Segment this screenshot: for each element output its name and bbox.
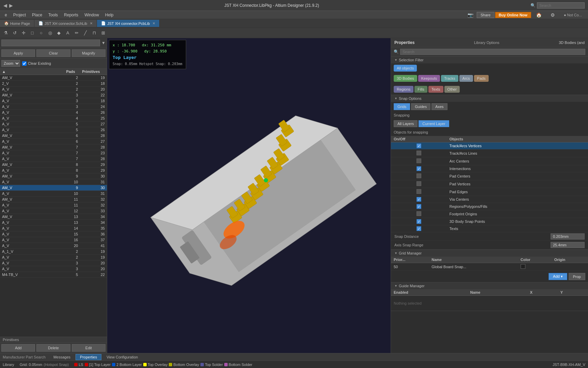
- snap-distance-input[interactable]: [551, 233, 585, 240]
- menu-item-help[interactable]: Help: [102, 12, 116, 18]
- measure-icon[interactable]: ⊞: [99, 29, 107, 37]
- component-table-wrapper[interactable]: ▲ Pads Primitives AM_V2192_V218A_V220AM_…: [0, 68, 107, 337]
- text-icon[interactable]: A: [64, 29, 71, 37]
- tab-pcblib-close[interactable]: ✕: [152, 21, 155, 25]
- axis-snap-range-input[interactable]: [551, 242, 585, 248]
- table-row[interactable]: M4-TB_V522: [0, 272, 107, 278]
- table-row[interactable]: AM_V1132: [0, 197, 107, 202]
- menu-item-edit[interactable]: e: [2, 12, 10, 18]
- table-row[interactable]: A_V1334: [0, 220, 107, 226]
- table-row[interactable]: AM_V322: [0, 92, 107, 98]
- tab-schlib[interactable]: 📄 JST XH connector.SchLib ✕: [34, 20, 97, 27]
- menu-item-project[interactable]: Project: [11, 12, 29, 18]
- edit-button[interactable]: Edit: [72, 344, 105, 352]
- table-row[interactable]: A_V1233: [0, 208, 107, 214]
- zoom-select[interactable]: Zoom: [1, 60, 20, 67]
- filter-texts[interactable]: Texts: [428, 86, 443, 93]
- table-row[interactable]: AM_V728: [0, 144, 107, 150]
- table-row[interactable]: A_V320: [0, 260, 107, 266]
- table-row[interactable]: AM_V829: [0, 162, 107, 168]
- table-row[interactable]: A_V527: [0, 121, 107, 127]
- filter-arcs[interactable]: Arcs: [459, 75, 473, 82]
- diamond-icon[interactable]: ◆: [55, 29, 63, 37]
- component-search-input[interactable]: [1, 40, 100, 46]
- grid-manager-header[interactable]: Grid Manager: [391, 250, 588, 257]
- home-icon[interactable]: 🏠: [533, 12, 544, 18]
- tab-schlib-close[interactable]: ✕: [90, 21, 93, 25]
- guides-snap-btn[interactable]: Guides: [411, 103, 430, 110]
- circle-icon[interactable]: ○: [37, 29, 45, 37]
- tab-pcblib[interactable]: 📄 JST XH connector.PcbLib ✕: [97, 20, 160, 27]
- table-row[interactable]: A_V320: [0, 266, 107, 272]
- menu-item-window[interactable]: Window: [82, 12, 102, 18]
- table-row[interactable]: A_V829: [0, 168, 107, 173]
- crosshair-icon[interactable]: ✛: [20, 29, 27, 37]
- checkbox-checked[interactable]: ✓: [416, 143, 421, 148]
- line-icon[interactable]: ╱: [82, 29, 89, 37]
- table-row[interactable]: A_V1132: [0, 202, 107, 208]
- clear-existing-checkbox[interactable]: [22, 61, 27, 66]
- checkbox-checked[interactable]: ✓: [416, 166, 421, 171]
- table-row[interactable]: AM_V219: [0, 75, 107, 81]
- bracket-icon[interactable]: ⊓: [91, 29, 98, 37]
- all-objects-button[interactable]: All objects: [394, 65, 417, 72]
- settings-icon[interactable]: ⚙: [548, 12, 558, 18]
- table-row[interactable]: A_V728: [0, 156, 107, 162]
- snap-options-header[interactable]: Snap Options: [391, 95, 588, 102]
- menu-item-reports[interactable]: Reports: [61, 12, 81, 18]
- refresh-icon[interactable]: ↺: [11, 29, 18, 37]
- table-row[interactable]: A_V1435: [0, 226, 107, 231]
- table-row[interactable]: A_V425: [0, 116, 107, 121]
- filter-fills[interactable]: Fills: [414, 86, 427, 93]
- grid-prop-button[interactable]: Prop: [569, 273, 585, 280]
- grid-add-button[interactable]: Add ▾: [549, 273, 567, 280]
- table-row[interactable]: A_V220: [0, 87, 107, 92]
- filter-3dbodies[interactable]: 3D Bodies: [394, 75, 417, 82]
- current-layer-btn[interactable]: Current Layer: [419, 120, 449, 127]
- table-row[interactable]: A_1_V219: [0, 249, 107, 255]
- checkbox-checked[interactable]: ✓: [416, 204, 421, 209]
- magnify-button[interactable]: Magnify: [72, 49, 105, 57]
- filter-other[interactable]: Other: [444, 86, 460, 93]
- menu-item-place[interactable]: Place: [29, 12, 45, 18]
- share-button[interactable]: Share: [477, 12, 494, 18]
- back-icon[interactable]: ◀: [3, 3, 7, 8]
- table-row[interactable]: A_V723: [0, 150, 107, 156]
- tab-home[interactable]: 🏠 Home Page: [0, 20, 34, 27]
- tab-view-configuration[interactable]: View Configuration: [102, 354, 142, 360]
- clear-button[interactable]: Clear: [36, 49, 70, 57]
- guide-manager-header[interactable]: Guide Manager: [391, 282, 588, 289]
- selection-filter-header[interactable]: Selection Filter: [391, 57, 588, 63]
- checkbox-unchecked[interactable]: [416, 151, 421, 155]
- grids-snap-btn[interactable]: Grids: [394, 103, 410, 110]
- table-row[interactable]: A_V1031: [0, 179, 107, 185]
- delete-button[interactable]: Delete: [36, 344, 70, 352]
- filter-keepouts[interactable]: Keepouts: [418, 75, 440, 82]
- table-row[interactable]: A_V1031: [0, 191, 107, 197]
- table-row[interactable]: AM_V1334: [0, 214, 107, 220]
- filter-pads[interactable]: Pads: [474, 75, 489, 82]
- table-row[interactable]: A_V219: [0, 255, 107, 260]
- table-row[interactable]: A_V627: [0, 139, 107, 144]
- checkbox-checked[interactable]: ✓: [416, 219, 421, 224]
- buy-online-button[interactable]: Buy Online Now: [495, 12, 531, 18]
- add-button[interactable]: Add: [1, 344, 35, 352]
- table-row[interactable]: A_V318: [0, 98, 107, 104]
- checkbox-checked[interactable]: ✓: [416, 226, 421, 231]
- menu-item-tools[interactable]: Tools: [46, 12, 61, 18]
- checkbox-checked[interactable]: ✓: [416, 197, 421, 202]
- rect-icon[interactable]: □: [29, 29, 36, 37]
- filter-icon[interactable]: ⚗: [2, 29, 10, 37]
- table-row[interactable]: AM_V628: [0, 133, 107, 139]
- table-row[interactable]: A_V324: [0, 104, 107, 110]
- title-search-input[interactable]: [537, 2, 585, 9]
- table-row[interactable]: A_V426: [0, 110, 107, 116]
- tab-properties[interactable]: Properties: [76, 354, 101, 360]
- camera-icon[interactable]: 📷: [465, 12, 476, 18]
- checkbox-unchecked[interactable]: [416, 211, 421, 216]
- filter-tracks[interactable]: Tracks: [441, 75, 458, 82]
- table-row[interactable]: A_V1637: [0, 237, 107, 243]
- target-icon[interactable]: ◎: [46, 29, 54, 37]
- apply-button[interactable]: Apply: [1, 49, 35, 57]
- table-row[interactable]: A_V526: [0, 127, 107, 133]
